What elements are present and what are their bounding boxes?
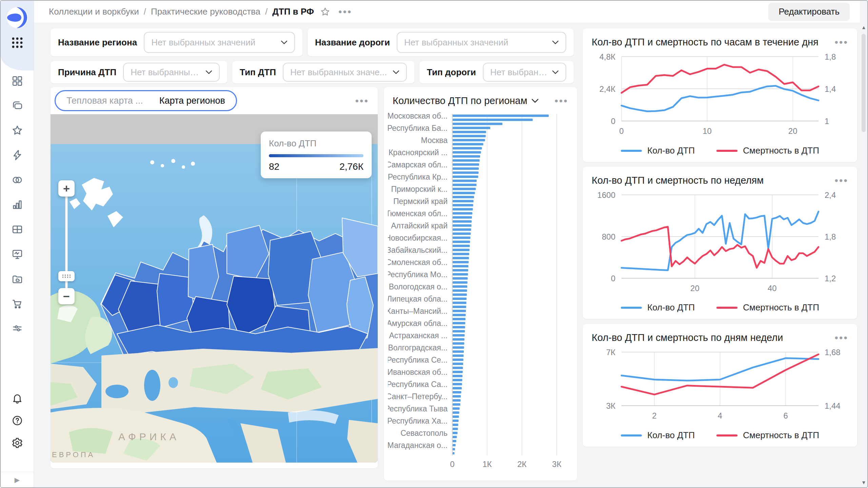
- nav-dashboards-icon[interactable]: [1, 242, 34, 266]
- map-widget: Тепловая карта ... Карта регионов •••: [51, 87, 378, 468]
- filter-road-name-placeholder: Нет выбранных значений: [404, 37, 548, 48]
- bar: [453, 232, 471, 235]
- filter-cause: Причина ДТП Нет выбранных з...: [51, 61, 227, 83]
- filter-road-type-select[interactable]: Нет выбранных зна...: [483, 63, 566, 82]
- bar: [453, 257, 469, 259]
- map-zoom-in-button[interactable]: +: [58, 180, 75, 197]
- nav-dashboard-grid-icon[interactable]: [1, 68, 34, 93]
- tab-heatmap[interactable]: Тепловая карта ...: [58, 96, 151, 106]
- bar: [453, 176, 478, 178]
- bar: [453, 289, 467, 292]
- x-tick-label: 20: [690, 284, 699, 293]
- edit-button[interactable]: Редактировать: [768, 3, 850, 21]
- legend-swatch: [621, 307, 642, 309]
- category-label: Московская об...: [388, 111, 448, 120]
- bar: [453, 212, 472, 215]
- category-label: Приморский к...: [391, 185, 448, 194]
- help-icon[interactable]: [12, 415, 23, 428]
- bar: [453, 326, 465, 328]
- days-line-chart: 3К7К1,441,68246: [592, 347, 848, 421]
- notifications-bell-icon[interactable]: [12, 392, 23, 405]
- legend-item[interactable]: Смертность в ДТП: [716, 430, 819, 441]
- weeks-chart-menu-icon[interactable]: •••: [834, 176, 848, 186]
- legend-label: Кол-во ДТП: [647, 145, 695, 156]
- y-left-tick-label: 4,8К: [599, 52, 615, 61]
- weeks-chart-legend: Кол-во ДТПСмертность в ДТП: [583, 302, 857, 313]
- breadcrumb-guides[interactable]: Практические руководства: [151, 6, 260, 17]
- bar: [453, 131, 486, 133]
- category-label: Республика Се...: [388, 355, 448, 364]
- nav-datasets-icon[interactable]: [1, 167, 34, 192]
- bar: [453, 415, 459, 418]
- bar: [453, 249, 470, 251]
- bar: [453, 314, 466, 316]
- category-label: Вологодская о...: [389, 282, 448, 291]
- settings-gear-icon[interactable]: [12, 437, 23, 450]
- filter-accident-type-select[interactable]: Нет выбранных значе...: [283, 63, 407, 82]
- map-zoom-out-button[interactable]: −: [58, 288, 75, 304]
- hours-chart-legend: Кол-во ДТПСмертность в ДТП: [583, 145, 857, 156]
- map-widget-menu-icon[interactable]: •••: [355, 96, 369, 106]
- apps-grid-icon[interactable]: [11, 36, 24, 49]
- nav-tables-icon[interactable]: [1, 217, 34, 242]
- y-right-tick-label: 1,2: [825, 274, 836, 283]
- datalens-logo-icon[interactable]: [6, 7, 28, 28]
- header-more-icon[interactable]: •••: [338, 7, 352, 17]
- nav-collections-icon[interactable]: [1, 93, 34, 118]
- category-label: Алтайский край: [391, 221, 448, 230]
- category-label: Ханты–Мансий...: [388, 307, 448, 316]
- map-legend-max: 2,76К: [339, 161, 363, 172]
- chevron-down-icon: [552, 70, 559, 75]
- y-left-tick-label: 0: [611, 117, 615, 126]
- filter-region-select[interactable]: Нет выбранных значений: [144, 32, 295, 53]
- bar: [453, 171, 478, 174]
- y-right-tick-label: 1: [825, 117, 829, 126]
- category-label: Ивановская об...: [388, 368, 448, 377]
- widget-selector-chevron-icon[interactable]: [531, 99, 539, 103]
- category-label: Астраханская ...: [389, 331, 448, 340]
- bar: [453, 367, 463, 369]
- category-label: Республика Мо...: [388, 270, 448, 279]
- sidebar-collapse-button[interactable]: ▶: [1, 472, 34, 487]
- legend-item[interactable]: Кол-во ДТП: [621, 302, 695, 313]
- legend-item[interactable]: Смертность в ДТП: [716, 145, 819, 156]
- scrollbar-thumb[interactable]: [862, 34, 866, 132]
- map-zoom-slider-handle[interactable]: [58, 271, 75, 281]
- filter-cause-label: Причина ДТП: [58, 67, 116, 78]
- legend-item[interactable]: Кол-во ДТП: [621, 430, 695, 441]
- nav-marketplace-icon[interactable]: [1, 291, 34, 316]
- tab-region-map[interactable]: Карта регионов: [151, 96, 233, 106]
- breadcrumb-separator: /: [265, 6, 268, 17]
- legend-item[interactable]: Кол-во ДТП: [621, 145, 695, 156]
- filter-road-type-label: Тип дороги: [427, 67, 476, 78]
- nav-services-sliders-icon[interactable]: [1, 316, 34, 341]
- bar-widget-menu-icon[interactable]: •••: [554, 96, 568, 106]
- nav-storage-icon[interactable]: [1, 266, 34, 291]
- nav-favorites-icon[interactable]: [1, 118, 34, 143]
- vertical-scrollbar[interactable]: ▲ ▼: [861, 24, 867, 485]
- category-label: Смоленская об...: [388, 258, 448, 267]
- hours-chart-menu-icon[interactable]: •••: [834, 37, 848, 47]
- x-tick-label: 3К: [552, 460, 561, 469]
- bar: [453, 163, 479, 166]
- days-chart-menu-icon[interactable]: •••: [834, 333, 848, 343]
- bar: [453, 123, 502, 125]
- breadcrumb-collections[interactable]: Коллекции и воркбуки: [49, 6, 139, 17]
- favorite-star-icon[interactable]: [320, 7, 330, 17]
- filter-cause-placeholder: Нет выбранных з...: [131, 67, 201, 78]
- filter-cause-select[interactable]: Нет выбранных з...: [123, 63, 220, 82]
- nav-quick-actions-icon[interactable]: [1, 143, 34, 167]
- map-canvas[interactable]: АФРИКА ЕВРОПА Кол-во ДТП 82 2,76К +: [51, 114, 378, 463]
- category-label: Волгоградская...: [388, 343, 448, 352]
- legend-label: Кол-во ДТП: [647, 302, 695, 313]
- filter-accident-type: Тип ДТП Нет выбранных значе...: [232, 61, 414, 83]
- scroll-up-icon[interactable]: ▲: [861, 24, 867, 30]
- map-tab-switcher: Тепловая карта ... Карта регионов: [55, 90, 237, 111]
- legend-item[interactable]: Смертность в ДТП: [716, 302, 819, 313]
- bar: [453, 436, 457, 438]
- filter-road-name-select[interactable]: Нет выбранных значений: [397, 32, 566, 53]
- nav-charts-icon[interactable]: [1, 192, 34, 217]
- x-tick-label: 6: [783, 411, 788, 420]
- scroll-down-icon[interactable]: ▼: [861, 480, 867, 485]
- bar: [453, 334, 465, 337]
